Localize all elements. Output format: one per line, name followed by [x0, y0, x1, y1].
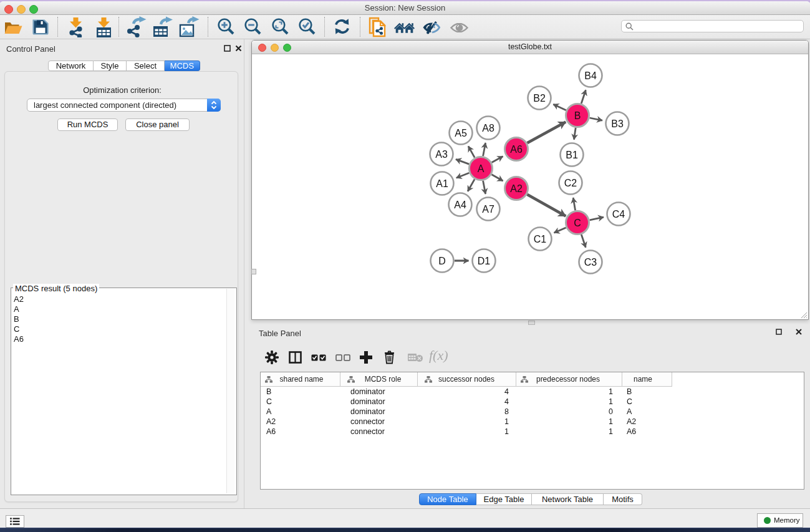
svg-text:C2: C2: [564, 178, 577, 188]
svg-text:C4: C4: [612, 209, 625, 220]
svg-text:A8: A8: [482, 123, 494, 133]
svg-text:D: D: [438, 256, 446, 266]
svg-text:C3: C3: [584, 257, 597, 268]
svg-text:A: A: [478, 163, 485, 174]
svg-text:A4: A4: [454, 200, 466, 210]
svg-text:A5: A5: [455, 128, 467, 138]
svg-text:A6: A6: [510, 144, 523, 155]
svg-text:A7: A7: [482, 204, 494, 215]
svg-text:A2: A2: [510, 183, 523, 194]
svg-text:B2: B2: [533, 93, 546, 104]
svg-text:C: C: [574, 218, 581, 228]
svg-text:B: B: [574, 110, 581, 121]
svg-text:C1: C1: [534, 234, 547, 244]
svg-text:B4: B4: [584, 70, 597, 81]
svg-text:A3: A3: [435, 149, 448, 160]
svg-text:A1: A1: [436, 178, 448, 189]
svg-text:B3: B3: [611, 118, 624, 129]
svg-text:D1: D1: [478, 256, 491, 266]
svg-text:B1: B1: [566, 150, 578, 160]
